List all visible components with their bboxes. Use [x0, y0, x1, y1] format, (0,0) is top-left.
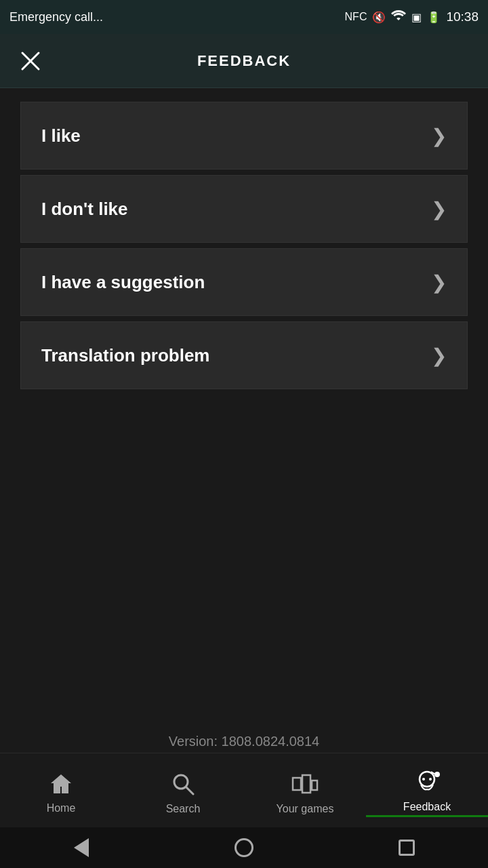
recents-button[interactable] [390, 831, 424, 865]
chevron-right-icon: ❯ [431, 344, 447, 367]
chevron-right-icon: ❯ [431, 125, 447, 147]
feedback-option-i-dont-like[interactable]: I don't like ❯ [20, 175, 468, 243]
feedback-option-translation[interactable]: Translation problem ❯ [20, 321, 468, 389]
bottom-navigation: Home Search Your games [0, 753, 488, 827]
nav-item-your-games[interactable]: Your games [244, 766, 366, 815]
time-display: 10:38 [446, 9, 479, 24]
feedback-icon [414, 770, 440, 797]
home-button[interactable] [227, 831, 261, 865]
svg-point-9 [429, 778, 432, 781]
feedback-label: Feedback [403, 801, 451, 813]
search-icon [171, 772, 195, 799]
your-games-label: Your games [277, 803, 334, 815]
svg-rect-4 [293, 778, 301, 790]
svg-rect-6 [312, 781, 317, 790]
home-label: Home [47, 802, 76, 814]
translation-label: Translation problem [41, 345, 210, 366]
feedback-option-i-like[interactable]: I like ❯ [20, 102, 468, 170]
close-button[interactable] [14, 44, 47, 78]
i-dont-like-label: I don't like [41, 199, 128, 220]
version-text: Version: 1808.0824.0814 [169, 734, 319, 749]
page-title: FEEDBACK [197, 52, 291, 70]
suggestion-label: I have a suggestion [41, 272, 205, 293]
i-like-label: I like [41, 125, 81, 146]
wifi-icon [391, 9, 406, 24]
svg-point-7 [420, 772, 434, 787]
chevron-right-icon: ❯ [431, 271, 447, 294]
nfc-icon: NFC [345, 11, 367, 23]
feedback-option-suggestion[interactable]: I have a suggestion ❯ [20, 248, 468, 316]
home-icon [49, 773, 73, 798]
mute-icon: 🔇 [372, 11, 386, 24]
main-content: I like ❯ I don't like ❯ I have a suggest… [0, 88, 488, 753]
your-games-icon [291, 772, 319, 799]
svg-point-11 [434, 772, 440, 777]
version-area: Version: 1808.0824.0814 [0, 734, 488, 749]
status-bar: Emergency call... NFC 🔇 ▣ 🔋 10:38 [0, 0, 488, 34]
nav-item-home[interactable]: Home [0, 766, 122, 814]
page-header: FEEDBACK [0, 34, 488, 88]
svg-line-3 [186, 787, 193, 794]
status-icons: NFC 🔇 ▣ 🔋 10:38 [345, 9, 479, 24]
battery-icon: 🔋 [427, 11, 441, 24]
nav-item-feedback[interactable]: Feedback [366, 764, 488, 817]
svg-rect-5 [302, 775, 310, 793]
back-button[interactable] [64, 831, 98, 865]
nav-item-search[interactable]: Search [122, 766, 244, 815]
chevron-right-icon: ❯ [431, 198, 447, 220]
svg-point-8 [422, 778, 425, 781]
sim-icon: ▣ [411, 11, 422, 24]
emergency-call-text: Emergency call... [9, 10, 103, 24]
android-nav-bar [0, 827, 488, 868]
search-label: Search [166, 803, 201, 815]
